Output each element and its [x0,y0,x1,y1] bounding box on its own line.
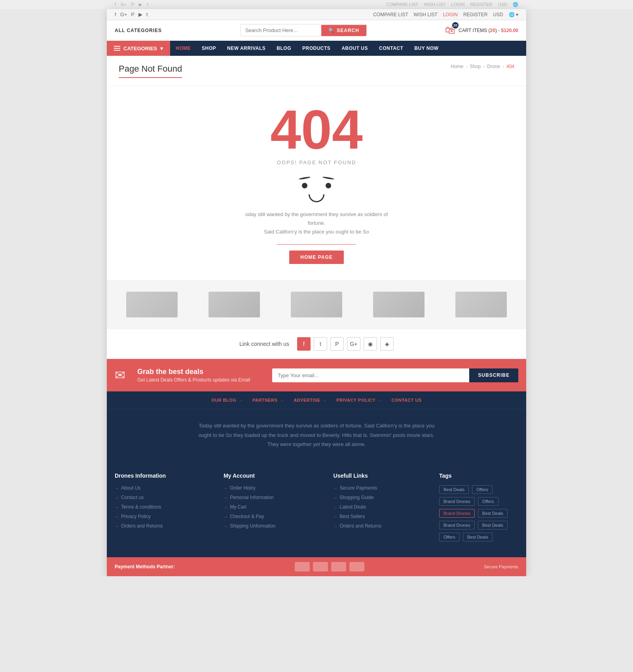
tag-best-deals-2[interactable]: Best Deals [478,509,508,518]
tag-best-deals-4[interactable]: Best Deals [463,533,493,541]
social-facebook[interactable]: f [115,11,116,17]
top-currency[interactable]: USD [498,2,507,7]
sad-face [293,177,340,202]
breadcrumb-sep3: › [502,64,504,69]
newsletter-subscribe-button[interactable]: SUBSCRIBE [469,368,518,382]
footer-personal-info[interactable]: Personal Information [230,495,274,500]
top-login-link[interactable]: LOGIN [451,2,464,7]
nav-buy-now[interactable]: BUY NOW [409,41,444,56]
all-categories-btn[interactable]: ALL CATEGORIES [115,28,162,33]
register-link[interactable]: REGISTER [463,12,487,17]
cart-badge: 20 [452,22,459,28]
newsletter-email-input[interactable] [272,368,469,382]
top-register-link[interactable]: REGISTER [470,2,493,7]
footer-shopping-guide[interactable]: Shopping Guide [340,495,374,500]
top-social-pinterest[interactable]: P [131,2,134,7]
footer-nav-privacy[interactable]: PRIVACY POLICY → [332,396,387,404]
payment-icons [295,562,364,571]
footer-orders-returns[interactable]: Orders and Returns [121,523,163,529]
footer-col-links: Usefull Links Secure Payments Shopping G… [334,473,381,541]
social-gplus[interactable]: G+ [120,11,127,17]
nav-blog[interactable]: BLOG [271,41,297,56]
currency-selector[interactable]: USD [493,12,503,17]
nav-products[interactable]: PRODUCTS [297,41,336,56]
cart-info[interactable]: CART ITEMS (20) - $120.00 [459,28,518,33]
nav-shop[interactable]: SHOP [196,41,222,56]
footer-latest-deals[interactable]: Latest Deals [340,504,366,510]
footer-my-cart[interactable]: My Cart [230,504,246,510]
social-youtube[interactable]: ▶ [138,11,142,17]
social-pinterest[interactable]: P [131,11,135,17]
tag-brand-drones-1[interactable]: Brand Drones [439,497,475,506]
footer-col-account-title: My Account [224,473,275,479]
partner-logo-4 [373,292,425,317]
top-language[interactable]: 🌐 [513,2,518,7]
top-social-twitter[interactable]: t [147,2,148,7]
language-selector[interactable]: 🌐 ▾ [509,12,518,17]
top-wish-link[interactable]: WISH LIST [424,2,445,7]
footer-nav-arrow-4: → [378,398,382,402]
search-input[interactable] [241,25,321,36]
connect-facebook[interactable]: f [297,337,311,351]
footer-order-history[interactable]: Order Histry [230,485,256,491]
footer-terms[interactable]: Terms & conditions [121,504,161,510]
nav-categories-btn[interactable]: CATEGORIES ▾ [107,41,170,56]
tag-offers-2[interactable]: Offers [478,497,498,506]
tag-best-deals-1[interactable]: Best Deals [439,485,469,494]
payment-icon-1 [295,562,310,571]
eye-left [302,183,307,188]
footer-orders-returns-2[interactable]: Orders and Returns [340,523,381,529]
footer-about-us[interactable]: About Us [121,485,140,491]
top-social-facebook[interactable]: f [115,2,116,7]
link-connect-label: Link connect with us [239,341,289,347]
error-text: oday still wanted by the government they… [237,210,396,236]
search-button[interactable]: 🔍 SEARCH [321,25,366,36]
footer-nav-contact[interactable]: CONTACT US [387,396,426,404]
footer-nav-advertise[interactable]: ADVERTISE → [289,396,332,404]
error-divider [277,244,356,245]
compare-list-link[interactable]: COMPARE LIST [373,12,408,17]
breadcrumb-shop[interactable]: Shop [470,64,481,69]
footer-columns: Drones Information About Us Contact us T… [107,461,526,557]
footer-best-sellers[interactable]: Best Sellers [340,514,365,519]
nav-new-arrivals[interactable]: NEW ARRIVALS [222,41,271,56]
connect-pinterest[interactable]: P [330,337,344,351]
footer-description-text: Today still wanted by the government the… [198,421,435,449]
tag-offers-1[interactable]: Offers [472,485,493,494]
connect-rss[interactable]: ◈ [380,337,394,351]
tag-brand-drones-2[interactable]: Brand Drones [439,509,475,518]
footer-checkout[interactable]: Checkout & Pay [230,514,264,519]
footer-privacy[interactable]: Privacy Policy [121,514,151,519]
top-social-gplus[interactable]: G+ [121,2,127,7]
footer-shipping[interactable]: Shipping Unformation [230,523,275,529]
tag-offers-3[interactable]: Offers [439,533,460,541]
tag-best-deals-3[interactable]: Best Deals [478,521,508,530]
footer-description-section: Today still wanted by the government the… [107,409,526,461]
footer-nav-arrow-2: → [280,398,284,402]
breadcrumb-drone[interactable]: Drone [487,64,500,69]
error-section: 404 OOPS! PAGE NOT FOUND oday still want… [107,86,526,280]
footer-nav-blog[interactable]: OUR BLOG → [207,396,248,404]
connect-gplus[interactable]: G+ [347,337,360,351]
newsletter-subtitle: Get Latest Deals Offers & Products updat… [137,377,260,383]
nav-about[interactable]: ABOUT US [336,41,373,56]
connect-instagram[interactable]: ◉ [364,337,377,351]
footer-contact-us[interactable]: Contact us [121,495,144,500]
breadcrumb-home[interactable]: Home [451,64,463,69]
social-twitter[interactable]: t [146,11,148,17]
nav-contact[interactable]: CONTACT [373,41,409,56]
login-link[interactable]: LOGIN [443,12,458,17]
error-number: 404 [115,102,518,158]
footer-nav-partners[interactable]: PARTNERS → [248,396,289,404]
connect-twitter[interactable]: t [314,337,327,351]
nav-home[interactable]: HOME [170,41,196,56]
top-compare-link[interactable]: COMPARE LIST [386,2,418,7]
partners-section [107,280,526,329]
newsletter-section: ✉ Grab the best deals Get Latest Deals O… [107,359,526,391]
top-social-youtube[interactable]: ▶ [139,2,142,7]
home-page-button[interactable]: HOME PAGE [289,251,343,264]
wish-list-link[interactable]: WISH LIST [414,12,438,17]
error-subtitle: OOPS! PAGE NOT FOUND [115,159,518,165]
footer-secure-payments[interactable]: Secure Payments [340,485,377,491]
tag-brand-drones-3[interactable]: Brand Drones [439,521,475,530]
